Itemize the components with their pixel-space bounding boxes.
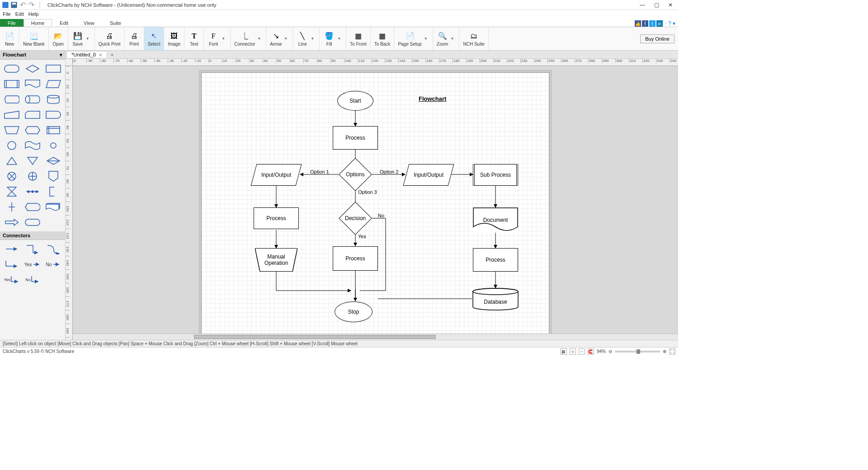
- node-process-right[interactable]: Process: [473, 248, 518, 272]
- shape-arrow-right[interactable]: [3, 216, 21, 229]
- node-options[interactable]: Options: [339, 158, 372, 191]
- maximize-button[interactable]: ▢: [654, 2, 659, 8]
- tab-view[interactable]: View: [76, 19, 102, 27]
- shape-process[interactable]: [44, 62, 62, 75]
- node-stop[interactable]: Stop: [335, 301, 373, 322]
- node-process-left[interactable]: Process: [254, 207, 299, 229]
- horizontal-scrollbar[interactable]: [73, 334, 678, 340]
- shape-card[interactable]: [24, 108, 42, 121]
- minimize-button[interactable]: —: [640, 2, 645, 8]
- shape-extract[interactable]: [3, 155, 21, 167]
- shape-display[interactable]: [24, 201, 42, 213]
- ribbon-page-setup[interactable]: 📄Page Setup▼: [394, 27, 433, 50]
- shape-offpage[interactable]: [44, 170, 62, 183]
- shape-stored-data[interactable]: [3, 93, 21, 106]
- shape-summing[interactable]: [3, 170, 21, 183]
- chevron-down-icon[interactable]: ▾: [60, 52, 62, 58]
- node-start[interactable]: Start: [337, 91, 373, 111]
- shape-data[interactable]: [44, 78, 62, 90]
- shape-multi-doc[interactable]: [44, 201, 62, 213]
- node-io-left[interactable]: Input/Output: [251, 164, 302, 186]
- shape-collate[interactable]: [3, 185, 21, 198]
- ribbon-to-front[interactable]: ▦To Front: [346, 27, 371, 50]
- menu-edit[interactable]: Edit: [15, 11, 24, 17]
- fit-page-button[interactable]: ⛶: [669, 348, 675, 355]
- node-document[interactable]: Document: [473, 207, 518, 233]
- canvas[interactable]: 0-90-80-70-60-50-40-30-20-10010203040506…: [66, 59, 678, 340]
- doc-tab[interactable]: *Untitled_0✕: [66, 51, 107, 58]
- sb-tool-1[interactable]: ▦: [561, 348, 567, 355]
- conn-elbow2[interactable]: [3, 258, 21, 271]
- font-dropdown[interactable]: ▼: [220, 37, 226, 41]
- connectors-panel-head[interactable]: Connectors: [0, 231, 65, 240]
- ribbon-save[interactable]: 💾Save▼: [68, 27, 95, 50]
- ribbon-line[interactable]: ╲Line▼: [293, 27, 320, 50]
- buy-online-button[interactable]: Buy Online: [640, 34, 675, 43]
- redo-icon[interactable]: ↷: [28, 1, 35, 9]
- shape-merge[interactable]: [24, 155, 42, 167]
- tab-edit[interactable]: Edit: [52, 19, 76, 27]
- twitter-icon[interactable]: t: [649, 20, 656, 27]
- tab-file[interactable]: File: [0, 19, 24, 27]
- ribbon-nch-suite[interactable]: 🗂NCH Suite: [459, 27, 488, 50]
- shape-tape[interactable]: [24, 139, 42, 152]
- save-qat-icon[interactable]: [10, 1, 18, 9]
- shape-delay[interactable]: [44, 108, 62, 121]
- like-icon[interactable]: 👍: [635, 20, 641, 27]
- zoom-out-button[interactable]: ⊖: [609, 349, 612, 354]
- shape-preparation[interactable]: [24, 124, 42, 136]
- ribbon-text[interactable]: TText: [184, 27, 204, 50]
- node-sub-process[interactable]: Sub Process: [473, 164, 518, 186]
- shape-manual-op[interactable]: [3, 124, 21, 136]
- ribbon-to-back[interactable]: ▦To Back: [371, 27, 395, 50]
- add-tab-button[interactable]: +: [107, 52, 117, 57]
- conn-elbow[interactable]: [24, 243, 42, 255]
- linkedin-icon[interactable]: in: [656, 20, 663, 27]
- help-icon[interactable]: · ? ▾: [664, 20, 675, 27]
- shape-document[interactable]: [24, 78, 42, 90]
- ribbon-open[interactable]: 📂Open: [49, 27, 68, 50]
- save-dropdown[interactable]: ▼: [85, 37, 91, 41]
- facebook-icon[interactable]: f: [642, 20, 648, 27]
- snap-icon[interactable]: 🧲: [588, 348, 594, 355]
- close-tab-icon[interactable]: ✕: [99, 52, 102, 57]
- conn-no-elbow[interactable]: No: [24, 273, 42, 286]
- conn-yes-elbow[interactable]: Yes: [3, 273, 21, 286]
- undo-icon[interactable]: ↶: [19, 1, 26, 9]
- zoom-in-button[interactable]: ⊕: [663, 349, 666, 354]
- shape-decision[interactable]: [24, 62, 42, 75]
- ribbon-arrow[interactable]: ↘Arrow▼: [266, 27, 293, 50]
- tab-home[interactable]: Home: [24, 19, 52, 27]
- menu-help[interactable]: Help: [28, 11, 39, 17]
- fill-dropdown[interactable]: ▼: [336, 37, 342, 41]
- conn-no[interactable]: No: [44, 258, 62, 271]
- ribbon-new[interactable]: 📄New: [0, 27, 19, 50]
- shape-or[interactable]: [24, 170, 42, 183]
- shape-internal-storage[interactable]: [44, 124, 62, 136]
- flowchart-panel-head[interactable]: Flowchart▾: [0, 51, 65, 60]
- node-decision[interactable]: Decision: [339, 202, 372, 235]
- close-button[interactable]: ✕: [668, 2, 673, 8]
- shape-predefined[interactable]: [3, 78, 21, 90]
- ribbon-quick-print[interactable]: 🖨Quick Print: [95, 27, 125, 50]
- shape-direct-data[interactable]: [24, 93, 42, 106]
- zoom-dropdown[interactable]: ▼: [449, 37, 456, 41]
- zoom-thumb[interactable]: [637, 349, 640, 354]
- node-manual-op[interactable]: Manual Operation: [255, 248, 297, 272]
- ribbon-new-blank[interactable]: 📃New Blank: [19, 27, 49, 50]
- shape-sort[interactable]: [44, 155, 62, 167]
- shape-transfer[interactable]: [24, 185, 42, 198]
- conn-curved[interactable]: [44, 243, 62, 255]
- line-dropdown[interactable]: ▼: [309, 37, 316, 41]
- conn-yes[interactable]: Yes: [24, 258, 42, 271]
- node-process-mid[interactable]: Process: [333, 246, 378, 271]
- shape-terminator2[interactable]: [24, 216, 42, 229]
- ribbon-image[interactable]: 🖼Image: [164, 27, 184, 50]
- connector-dropdown[interactable]: ▼: [256, 37, 262, 41]
- arrow-dropdown[interactable]: ▼: [283, 37, 289, 41]
- ribbon-select[interactable]: ↖Select: [144, 27, 165, 50]
- page-setup-dropdown[interactable]: ▼: [423, 37, 429, 41]
- node-database[interactable]: Database: [472, 288, 519, 310]
- ribbon-font[interactable]: FFont▼: [204, 27, 231, 50]
- shape-terminator[interactable]: [3, 62, 21, 75]
